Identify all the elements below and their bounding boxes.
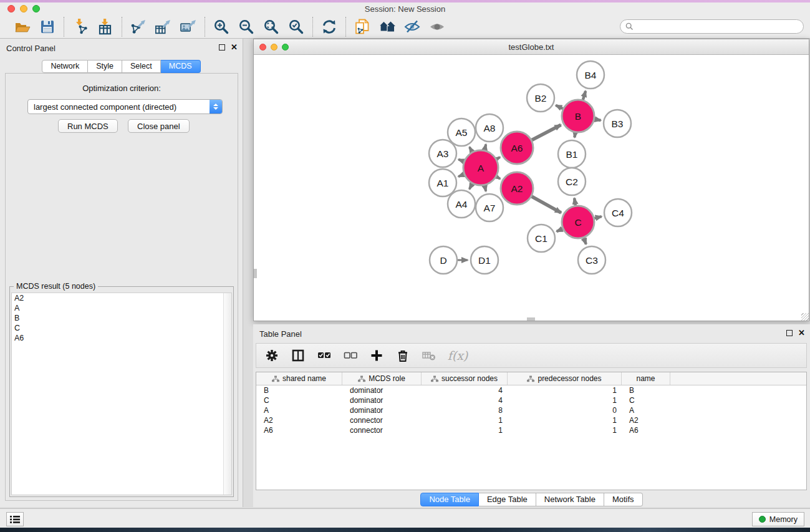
export-network-button[interactable]: [126, 17, 151, 37]
graph-node-A6[interactable]: A6: [501, 132, 533, 164]
graph-node-B[interactable]: B: [562, 100, 594, 132]
neighbors-button[interactable]: [375, 17, 400, 37]
add-column-button[interactable]: [369, 347, 385, 364]
clone-network-button[interactable]: [350, 17, 375, 37]
mcds-result-item[interactable]: A2: [12, 293, 231, 303]
edge-C-C2[interactable]: [574, 198, 576, 206]
table-cell[interactable]: dominator: [342, 385, 422, 395]
graph-node-B3[interactable]: B3: [604, 110, 631, 137]
search-input[interactable]: [634, 20, 803, 33]
table-cell[interactable]: A2: [256, 415, 342, 425]
graph-node-A5[interactable]: A5: [448, 118, 475, 146]
window-resize-grip[interactable]: [801, 313, 809, 321]
tab-network[interactable]: Network: [42, 60, 88, 73]
table-cell[interactable]: A: [256, 405, 342, 415]
table-cell[interactable]: A2: [622, 415, 670, 425]
edge-B-B3[interactable]: [595, 119, 601, 120]
mcds-result-item[interactable]: A: [12, 303, 231, 313]
edge-A-A3[interactable]: [458, 160, 464, 162]
edge-B-B1[interactable]: [574, 133, 575, 138]
close-panel-icon[interactable]: ✕: [231, 44, 238, 51]
graph-node-A7[interactable]: A7: [476, 194, 503, 221]
delete-column-button[interactable]: [395, 347, 411, 364]
edge-B-B2[interactable]: [556, 105, 562, 109]
column-header-MCDS-role[interactable]: MCDS role: [342, 372, 422, 385]
tab-edge-table[interactable]: Edge Table: [479, 493, 536, 506]
deselect-all-button[interactable]: [342, 347, 359, 364]
task-list-button[interactable]: [6, 512, 24, 526]
table-cell[interactable]: connector: [342, 415, 422, 425]
graph-node-C2[interactable]: C2: [558, 168, 586, 195]
table-row[interactable]: A6connector11A6: [256, 425, 806, 435]
table-row[interactable]: A2connector11A2: [256, 415, 806, 425]
table-cell[interactable]: A: [622, 405, 670, 415]
open-session-button[interactable]: [10, 17, 35, 37]
table-row[interactable]: Adominator80A: [256, 405, 806, 415]
graph-node-C3[interactable]: C3: [578, 246, 605, 274]
table-cell[interactable]: 4: [422, 385, 508, 395]
table-cell[interactable]: A6: [256, 425, 342, 435]
table-cell[interactable]: 1: [508, 385, 622, 395]
table-cell[interactable]: C: [256, 395, 342, 405]
edge-C-C3[interactable]: [584, 238, 586, 244]
table-cell[interactable]: 8: [422, 405, 508, 415]
graph-node-D1[interactable]: D1: [471, 246, 498, 274]
close-table-panel-icon[interactable]: ✕: [798, 330, 805, 336]
column-header-predecessor-nodes[interactable]: predecessor nodes: [508, 372, 622, 385]
edge-A-A1[interactable]: [458, 175, 464, 177]
select-all-button[interactable]: [316, 347, 332, 364]
table-cell[interactable]: 4: [422, 395, 508, 405]
table-cell[interactable]: 0: [508, 405, 622, 415]
edge-A-A8[interactable]: [485, 144, 486, 150]
float-panel-icon[interactable]: [219, 44, 225, 51]
table-row[interactable]: Cdominator41C: [256, 395, 806, 405]
tab-network-table[interactable]: Network Table: [536, 493, 604, 506]
graph-node-A1[interactable]: A1: [429, 169, 456, 196]
canvas-left-grip[interactable]: [254, 269, 257, 278]
graph-node-B4[interactable]: B4: [577, 61, 604, 89]
graph-node-D[interactable]: D: [430, 246, 457, 274]
table-cell[interactable]: connector: [342, 425, 422, 435]
close-panel-button[interactable]: Close panel: [128, 119, 190, 133]
graph-node-A2[interactable]: A2: [501, 172, 533, 205]
table-cell[interactable]: A6: [622, 425, 670, 435]
edge-A-A4[interactable]: [470, 184, 473, 190]
edge-A6-B[interactable]: [532, 125, 561, 140]
criterion-dropdown[interactable]: largest connected component (directed): [27, 99, 223, 114]
mcds-result-item[interactable]: A6: [12, 333, 231, 343]
graph-node-C1[interactable]: C1: [528, 225, 555, 252]
show-all-button[interactable]: [425, 17, 450, 37]
graph-node-A[interactable]: A: [463, 150, 498, 185]
edge-A-A2[interactable]: [496, 177, 500, 178]
zoom-selected-button[interactable]: [284, 17, 309, 37]
network-window-titlebar[interactable]: testGlobe.txt: [254, 39, 809, 55]
mcds-result-item[interactable]: C: [12, 323, 231, 333]
import-network-button[interactable]: [68, 17, 93, 37]
zoom-out-button[interactable]: [234, 17, 259, 37]
edge-A-A6[interactable]: [496, 157, 499, 159]
network-canvas[interactable]: B4B2BB3A8A5A6B1A3AC2A1A2A4A7C4CC1C3DD1: [254, 55, 809, 321]
table-cell[interactable]: 1: [508, 425, 622, 435]
result-scrollbar[interactable]: [223, 293, 231, 495]
graph-node-A4[interactable]: A4: [448, 190, 475, 218]
table-cell[interactable]: C: [622, 395, 670, 405]
save-session-button[interactable]: [35, 17, 60, 37]
edge-B-B4[interactable]: [583, 91, 586, 100]
table-cell[interactable]: dominator: [342, 395, 422, 405]
tab-select[interactable]: Select: [122, 60, 161, 73]
columns-button[interactable]: [290, 347, 306, 364]
mcds-result-item[interactable]: B: [12, 313, 231, 323]
graph-node-C[interactable]: C: [562, 206, 594, 238]
graph-node-B2[interactable]: B2: [527, 84, 554, 112]
graph-node-A3[interactable]: A3: [429, 140, 456, 167]
column-header-shared-name[interactable]: shared name: [256, 372, 342, 385]
export-image-button[interactable]: [176, 17, 201, 37]
import-table-button[interactable]: [93, 17, 118, 37]
tab-node-table[interactable]: Node Table: [420, 493, 479, 506]
export-table-button[interactable]: [151, 17, 176, 37]
tab-motifs[interactable]: Motifs: [604, 493, 643, 506]
graph-node-C4[interactable]: C4: [604, 199, 632, 226]
zoom-fit-button[interactable]: [259, 17, 284, 37]
graph-node-B1[interactable]: B1: [558, 140, 586, 168]
float-table-panel-icon[interactable]: [786, 330, 793, 336]
